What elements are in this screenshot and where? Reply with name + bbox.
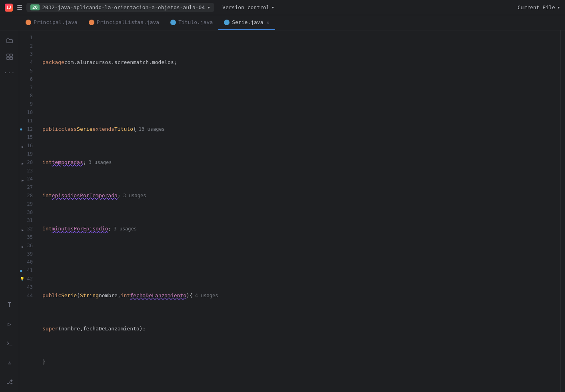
line-number: ▶ 36 bbox=[19, 242, 39, 250]
line-number: 11 bbox=[19, 117, 39, 125]
svg-rect-2 bbox=[7, 57, 9, 60]
tab-label: Principal.java bbox=[34, 19, 78, 25]
line-number: 4 bbox=[19, 58, 39, 67]
code-line-5: int episodiosPorTemporada; 3 usages bbox=[42, 192, 560, 200]
version-control-selector[interactable]: Version control ▾ bbox=[218, 3, 278, 12]
java-file-icon bbox=[89, 20, 94, 25]
line-number: 39 bbox=[19, 250, 39, 258]
ide-logo: IJ bbox=[5, 4, 13, 12]
titlebar-left: IJ ☰ 20 2032-java-aplicando-la-orientaci… bbox=[5, 3, 278, 12]
line-number: 2 bbox=[19, 42, 39, 50]
line-number: 31 bbox=[19, 217, 39, 225]
line-number: ▶ 16 bbox=[19, 142, 39, 150]
code-line-10: } bbox=[42, 358, 560, 366]
folder-icon[interactable] bbox=[2, 34, 17, 48]
line-number: 28 bbox=[19, 192, 39, 200]
line-number: 10 bbox=[19, 108, 39, 117]
run-icon[interactable]: ▷ bbox=[2, 317, 17, 331]
project-name: 2032-java-aplicando-la-orientacion-a-obj… bbox=[42, 4, 205, 10]
line-number: ▶ 20 bbox=[19, 158, 39, 167]
svg-rect-3 bbox=[10, 57, 12, 60]
line-number: ● 12 bbox=[19, 125, 39, 134]
line-number: 19 bbox=[19, 150, 39, 158]
left-sidebar: ··· T ▷ ❯_ ⚠ ⎇ bbox=[0, 30, 19, 392]
line-number: 30 bbox=[19, 208, 39, 217]
minimap-scrollbar[interactable] bbox=[560, 30, 565, 392]
current-file-arrow-icon: ▾ bbox=[557, 4, 560, 10]
java-file-icon bbox=[26, 20, 31, 25]
line-number: 6 bbox=[19, 75, 39, 84]
code-line-6: int minutosPorEpisodio; 3 usages bbox=[42, 225, 560, 233]
line-number: 40 bbox=[19, 258, 39, 267]
line-number: 23 bbox=[19, 167, 39, 175]
code-line-9: super(nombre, fechaDeLanzamiento); bbox=[42, 325, 560, 333]
code-line-4: int temporadas; 3 usages bbox=[42, 158, 560, 167]
code-line-1: package com.aluracursos.screenmatch.mode… bbox=[42, 58, 560, 67]
tab-bar: Principal.java PrincipalListas.java Titu… bbox=[0, 15, 565, 30]
current-file-selector[interactable]: Current File ▾ bbox=[517, 4, 560, 10]
project-badge: 20 bbox=[30, 4, 40, 10]
line-number: 8 bbox=[19, 92, 39, 100]
vc-label: Version control bbox=[222, 4, 269, 10]
line-number: 1 bbox=[19, 34, 39, 42]
hamburger-menu[interactable]: ☰ bbox=[17, 4, 22, 11]
project-selector[interactable]: 20 2032-java-aplicando-la-orientacion-a-… bbox=[26, 3, 214, 12]
line-number: ● 41 bbox=[19, 266, 39, 275]
line-number: 15 bbox=[19, 134, 39, 142]
line-number: 44 bbox=[19, 292, 39, 300]
tab-serie[interactable]: Serie.java ✕ bbox=[218, 15, 275, 30]
tab-label: PrincipalListas.java bbox=[97, 19, 160, 25]
problems-icon[interactable]: ⚠ bbox=[2, 355, 17, 370]
code-line-7 bbox=[42, 258, 560, 267]
code-editor[interactable]: 1 2 3 4 5 6 7 8 9 10 11 ● 12 15 ▶ 16 bbox=[19, 30, 565, 392]
more-tools-icon[interactable]: ··· bbox=[2, 66, 17, 80]
current-file-label: Current File bbox=[517, 4, 555, 10]
project-arrow-icon: ▾ bbox=[207, 4, 210, 10]
code-line-8: public Serie(String nombre, int fechaDeL… bbox=[42, 292, 560, 300]
code-line-2 bbox=[42, 92, 560, 100]
line-number: 35 bbox=[19, 233, 39, 242]
main-content: ··· T ▷ ❯_ ⚠ ⎇ 1 2 3 4 5 6 7 8 9 10 11 bbox=[0, 30, 565, 392]
tab-label: Serie.java bbox=[232, 19, 263, 25]
line-number: 7 bbox=[19, 84, 39, 92]
line-number: 💡 42 bbox=[19, 275, 39, 283]
line-numbers-gutter: 1 2 3 4 5 6 7 8 9 10 11 ● 12 15 ▶ 16 bbox=[19, 30, 39, 392]
titlebar: IJ ☰ 20 2032-java-aplicando-la-orientaci… bbox=[0, 0, 565, 15]
git-icon[interactable]: ⎇ bbox=[2, 374, 17, 389]
vc-arrow-icon: ▾ bbox=[271, 4, 274, 10]
extensions-icon[interactable] bbox=[2, 50, 17, 64]
code-editor-content[interactable]: package com.aluracursos.screenmatch.mode… bbox=[39, 30, 560, 392]
tab-titulo[interactable]: Titulo.java bbox=[165, 15, 218, 30]
tab-principal[interactable]: Principal.java bbox=[20, 15, 83, 30]
code-line-3: public class Serie extends Titulo { 13 u… bbox=[42, 125, 560, 134]
line-number: ▶ 24 bbox=[19, 175, 39, 184]
svg-rect-1 bbox=[10, 54, 12, 56]
line-number: 3 bbox=[19, 50, 39, 59]
code-container: 1 2 3 4 5 6 7 8 9 10 11 ● 12 15 ▶ 16 bbox=[19, 30, 565, 392]
interface-file-icon bbox=[170, 20, 176, 25]
svg-rect-0 bbox=[7, 54, 9, 56]
tab-close-button[interactable]: ✕ bbox=[267, 20, 270, 25]
line-number: ▶ 32 bbox=[19, 225, 39, 233]
interface-file-icon bbox=[224, 20, 230, 25]
line-number: 27 bbox=[19, 183, 39, 192]
line-number: 9 bbox=[19, 100, 39, 108]
tab-label: Titulo.java bbox=[178, 19, 213, 25]
line-number: 5 bbox=[19, 67, 39, 75]
terminal-icon[interactable]: ❯_ bbox=[2, 336, 17, 350]
type-hierarchy-icon[interactable]: T bbox=[2, 298, 17, 312]
tab-principallistas[interactable]: PrincipalListas.java bbox=[83, 15, 165, 30]
line-number: 43 bbox=[19, 283, 39, 292]
line-number: 29 bbox=[19, 200, 39, 208]
